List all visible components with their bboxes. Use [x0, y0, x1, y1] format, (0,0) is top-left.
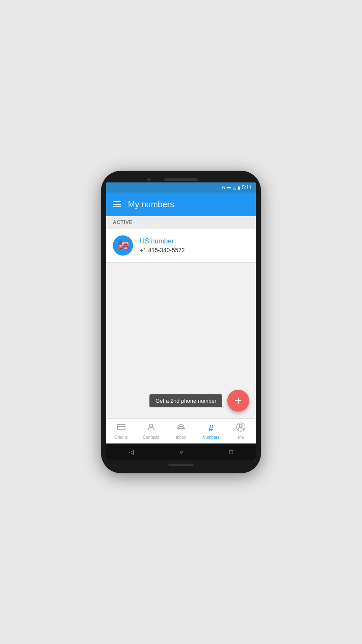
android-recents-button[interactable]: □ [229, 449, 233, 455]
hamburger-line-3 [113, 206, 121, 207]
us-number-list-item[interactable]: 🇺🇸 US number +1 415-340-5572 [106, 229, 256, 263]
wifi-icon: ▾▾ [227, 185, 231, 190]
bottom-speaker [168, 464, 194, 466]
nav-item-credits[interactable]: Credits [106, 421, 136, 441]
nav-item-inbox[interactable]: Inbox [166, 421, 196, 441]
numbers-label: Numbers [202, 435, 220, 440]
status-icons: ⊖ ▾▾ △ ▮ 5:11 [222, 185, 252, 190]
us-flag-icon: 🇺🇸 [117, 240, 129, 251]
content-area: Get a 2nd phone number + [106, 263, 256, 418]
hamburger-line-2 [113, 204, 121, 205]
section-header-active: ACTIVE [106, 216, 256, 229]
credits-icon [117, 422, 126, 434]
signal-icon: △ [233, 185, 236, 190]
number-info: US number +1 415-340-5572 [140, 238, 185, 253]
hamburger-line-1 [113, 201, 121, 202]
android-nav-bar: ◁ ○ □ [106, 443, 256, 460]
number-avatar: 🇺🇸 [113, 235, 133, 256]
fab-area: Get a 2nd phone number + [149, 390, 249, 412]
inbox-icon [176, 422, 186, 434]
mute-icon: ⊖ [222, 185, 225, 190]
app-bar: My numbers [106, 193, 256, 216]
battery-icon: ▮ [238, 185, 240, 190]
numbers-icon: # [208, 423, 213, 434]
status-bar: ⊖ ▾▾ △ ▮ 5:11 [106, 182, 256, 193]
phone-top [106, 176, 256, 182]
credits-label: Credits [114, 435, 128, 440]
top-speaker [164, 178, 198, 181]
section-label: ACTIVE [113, 219, 133, 225]
inbox-label: Inbox [176, 435, 186, 440]
nav-item-me[interactable]: Me [226, 421, 256, 441]
phone-bottom [106, 460, 256, 468]
android-back-button[interactable]: ◁ [129, 449, 134, 455]
android-home-button[interactable]: ○ [180, 449, 183, 455]
hamburger-menu-button[interactable] [113, 201, 121, 207]
number-phone: +1 415-340-5572 [140, 247, 185, 253]
number-name: US number [140, 238, 185, 245]
nav-item-numbers[interactable]: # Numbers [196, 421, 226, 441]
svg-point-2 [149, 424, 152, 427]
contacts-label: Contacts [143, 435, 159, 440]
add-number-fab[interactable]: + [227, 390, 249, 412]
phone-device: ⊖ ▾▾ △ ▮ 5:11 My numbers ACTIVE 🇺🇸 [101, 171, 261, 473]
nav-item-contacts[interactable]: Contacts [136, 421, 166, 441]
contacts-icon [146, 422, 156, 434]
bottom-nav: Credits Contacts Inbox [106, 418, 256, 443]
svg-rect-0 [117, 425, 125, 430]
page-title: My numbers [128, 200, 174, 209]
camera [147, 178, 151, 181]
status-time: 5:11 [242, 185, 252, 190]
me-label: Me [238, 435, 244, 440]
me-icon [236, 422, 245, 434]
phone-screen: ⊖ ▾▾ △ ▮ 5:11 My numbers ACTIVE 🇺🇸 [106, 182, 256, 460]
svg-point-3 [240, 424, 242, 427]
fab-tooltip: Get a 2nd phone number [149, 394, 222, 407]
